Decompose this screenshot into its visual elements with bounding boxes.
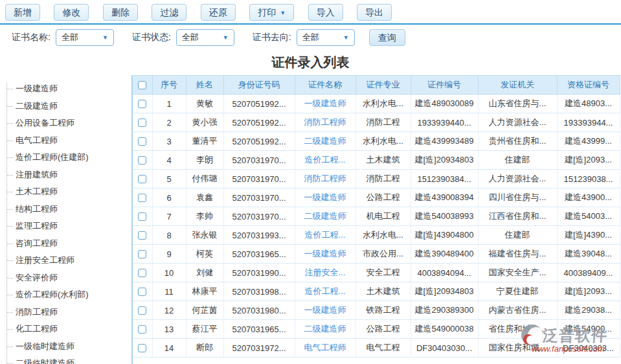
sidebar-cert-type-tree: 一级建造师 二级建造师 公用设备工程师 电气工程师 造价工程师(住建部) 注册建… (0, 75, 133, 364)
sidebar-item[interactable]: 电气工程师 (0, 132, 131, 150)
sidebar-item[interactable]: 咨询工程师 (0, 235, 131, 253)
cell-qual-no: 建造39048... (557, 245, 620, 264)
cell-seq: 3 (152, 132, 186, 151)
cert-destination-label: 证书去向: (253, 32, 291, 43)
row-checkbox[interactable] (138, 306, 146, 315)
row-checkbox-cell (133, 301, 152, 320)
sidebar-item[interactable]: 造价工程师(住建部) (0, 149, 131, 166)
cell-name: 李帅 (186, 207, 223, 226)
chevron-down-icon: ▼ (280, 10, 286, 16)
cell-issuer: 国家住房和城... (478, 339, 557, 358)
cell-cert-name-link[interactable]: 消防工程师 (295, 170, 356, 188)
row-checkbox[interactable] (138, 344, 146, 352)
cell-cert-name-link[interactable]: 造价工程... (295, 226, 356, 245)
row-checkbox[interactable] (138, 194, 146, 202)
export-button[interactable]: 导出 (357, 4, 392, 21)
column-header-issuer: 发证机关 (478, 76, 557, 95)
import-button[interactable]: 导入 (308, 4, 343, 21)
cell-cert-major: 水利水电... (356, 226, 411, 245)
cell-seq: 6 (152, 188, 186, 207)
cell-cert-name-link[interactable]: 二级建造师 (295, 132, 356, 151)
cell-seq: 2 (152, 113, 186, 132)
column-header-seq: 序号 (152, 76, 186, 95)
cell-qual-no: DF3040303... (557, 339, 620, 358)
row-checkbox[interactable] (138, 175, 146, 183)
cell-cert-name-link[interactable]: 注册安全... (295, 264, 356, 282)
row-checkbox[interactable] (138, 231, 146, 240)
cell-cert-name-link[interactable]: 二级建造师 (295, 207, 356, 226)
cell-name: 黄小强 (186, 113, 223, 132)
restore-button[interactable]: 还原 (201, 4, 236, 21)
sidebar-item[interactable]: 化工工程师 (0, 321, 131, 338)
sidebar-item[interactable]: 消防工程师 (0, 304, 131, 321)
table-row: 1 黄敏 5207051992... 一级建造师 水利水电... 建造48903… (133, 95, 620, 113)
sidebar-item[interactable]: 监理工程师 (0, 218, 131, 235)
row-checkbox[interactable] (138, 325, 146, 334)
cert-name-select[interactable]: 全部 ▼ (56, 29, 114, 46)
row-checkbox[interactable] (138, 212, 146, 221)
edit-button[interactable]: 修改 (54, 4, 89, 21)
row-checkbox[interactable] (138, 269, 146, 277)
row-checkbox[interactable] (138, 288, 146, 296)
print-button[interactable]: 打印▼ (249, 4, 294, 21)
filter-button[interactable]: 过滤 (152, 4, 186, 21)
sidebar-item[interactable]: 安全评价师 (0, 269, 131, 287)
cell-cert-no: 4003894094... (411, 264, 478, 282)
table-row: 13 蔡江平 5207031965... 二级建造师 公路工程 建造549000… (133, 320, 620, 339)
search-button[interactable]: 查询 (369, 29, 405, 46)
delete-button[interactable]: 删除 (103, 4, 138, 21)
cert-name-select-value: 全部 (62, 32, 78, 43)
cell-cert-no: 1512390384... (411, 170, 478, 188)
row-checkbox-cell (133, 264, 152, 282)
sidebar-item[interactable]: 造价工程师(水利部) (0, 286, 131, 304)
add-button[interactable]: 新增 (5, 4, 40, 21)
cell-qual-no: 建造54003... (557, 207, 620, 226)
cell-id-number: 5207031970... (223, 207, 295, 226)
sidebar-item[interactable]: 结构工程师 (0, 201, 131, 218)
filter-cert-name: 证书名称: 全部 ▼ (12, 29, 114, 46)
cell-id-number: 5207031965... (223, 320, 295, 339)
cert-destination-select[interactable]: 全部 ▼ (297, 29, 355, 46)
cell-cert-name-link[interactable]: 消防工程师 (295, 113, 356, 132)
cell-id-number: 5207051992... (223, 132, 295, 151)
filter-cert-destination: 证书去向: 全部 ▼ (253, 29, 355, 46)
table-row: 3 董清平 5207051992... 二级建造师 水利水电... 建造4399… (133, 132, 620, 151)
sidebar-item[interactable]: 注册建筑师 (0, 166, 131, 184)
cell-name: 断郎 (186, 339, 223, 358)
cell-cert-name-link[interactable]: 二级建造师 (295, 320, 356, 339)
sidebar-item[interactable]: 一级临时建造师 (0, 338, 131, 356)
row-checkbox[interactable] (138, 100, 146, 108)
cell-cert-name-link[interactable]: 一级建造师 (295, 95, 356, 113)
row-checkbox[interactable] (138, 137, 146, 146)
cell-qual-no: 400389409... (557, 264, 620, 282)
cell-cert-name-link[interactable]: 一级建造师 (295, 245, 356, 264)
cell-qual-no: 建造29038... (557, 301, 620, 320)
row-checkbox-cell (133, 188, 152, 207)
sidebar-item[interactable]: 二级建造师 (0, 98, 131, 115)
cell-cert-name-link[interactable]: 造价工程... (295, 151, 356, 170)
cert-status-select[interactable]: 全部 ▼ (176, 29, 234, 46)
cell-cert-name-link[interactable]: 一级建造师 (295, 188, 356, 207)
cell-seq: 10 (152, 264, 186, 282)
cell-cert-no: 1933939440... (411, 113, 478, 132)
cell-cert-name-link[interactable]: 造价工程... (295, 282, 356, 301)
row-checkbox-cell (133, 245, 152, 264)
row-checkbox[interactable] (138, 250, 146, 258)
cell-cert-name-link[interactable]: 一级建造师 (295, 301, 356, 320)
cell-issuer: 省住房和城乡... (478, 320, 557, 339)
sidebar-item[interactable]: 二级临时建造师 (0, 355, 131, 364)
sidebar-item[interactable]: 一级建造师 (0, 80, 131, 98)
cell-cert-name-link[interactable]: 电气工程师 (295, 339, 356, 358)
cell-id-number: 5207031970... (223, 188, 295, 207)
sidebar-item[interactable]: 土木工程师 (0, 183, 131, 201)
chevron-down-icon: ▼ (343, 34, 349, 41)
row-checkbox[interactable] (138, 119, 146, 127)
cell-name: 董清平 (186, 132, 223, 151)
table-row: 4 李朗 5207031970... 造价工程... 土木建筑 建[造]2093… (133, 151, 620, 170)
select-all-checkbox[interactable] (138, 81, 146, 89)
table-row: 9 柯英 5207031965... 一级建造师 市政公用... 建造39048… (133, 245, 620, 264)
row-checkbox[interactable] (138, 156, 146, 165)
sidebar-item[interactable]: 公用设备工程师 (0, 115, 131, 132)
sidebar-item[interactable]: 注册安全工程师 (0, 252, 131, 269)
cell-id-number: 5207031998... (223, 282, 295, 301)
